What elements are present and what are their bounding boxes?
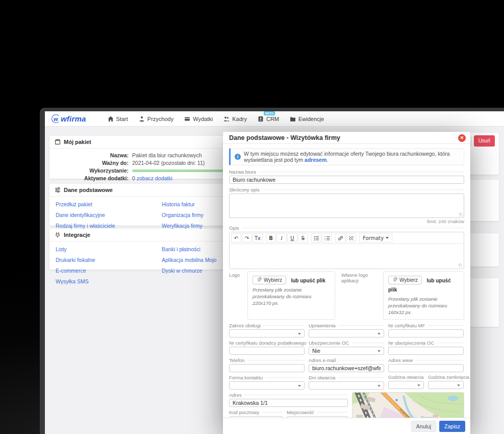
row-label: Aktywne dodatki: — [56, 175, 132, 182]
field-label: Skrócony opis — [229, 187, 464, 192]
app-logo-choose-button[interactable]: Wybierz — [388, 276, 422, 284]
nazwa-biura-input[interactable] — [229, 176, 464, 184]
info-alert-text: W tym miejscu możesz edytować informacje… — [244, 151, 460, 163]
underline-icon[interactable]: U — [287, 233, 297, 243]
chevron-down-icon — [386, 237, 389, 239]
nav-label: Kadry — [232, 116, 247, 122]
link-listy[interactable]: Listy — [56, 246, 67, 252]
editor-toolbar: ↶ ↷ Tx B I U S 123 — [230, 232, 464, 244]
address-book-icon — [258, 116, 264, 122]
adres-email-input[interactable] — [309, 364, 384, 372]
app-logo-dropzone[interactable]: Wybierz lub upuść plik Przesłany plik zo… — [383, 271, 464, 320]
paperclip-icon — [392, 277, 397, 282]
field-nr-certyfikatu-mf: Nr certyfikatu MF — [388, 323, 464, 337]
paperclip-icon — [257, 277, 262, 282]
field-godzina-otwarcia: Godzina otwarcia — [388, 375, 424, 390]
field-ubezpieczenie-oc: Ubezpieczenie OC Nie — [309, 340, 384, 355]
nr-certyfikatu-mf-input[interactable] — [388, 329, 464, 337]
field-opis: Opis ↶ ↷ Tx B I U S — [229, 225, 464, 269]
nr-certyfikatu-doradcy-input[interactable] — [229, 347, 305, 355]
delete-button[interactable]: Usuń — [474, 135, 495, 147]
field-label: Adres — [229, 392, 348, 398]
row-value: 2021-04-02 (pozostało dni: 11) — [132, 159, 205, 167]
link-banki-platnosci[interactable]: Banki i płatności — [162, 246, 200, 252]
nav-item-kadry[interactable]: Kadry — [223, 116, 247, 122]
logo-dropzone[interactable]: Wybierz lub upuść plik Przesłany plik zo… — [247, 271, 335, 320]
link-aplikacja-mojo[interactable]: Aplikacja mobilna Mojo — [162, 257, 216, 263]
see-addons-link[interactable]: zobacz dodatki — [137, 175, 172, 181]
addons-count: 0 — [132, 175, 135, 181]
undo-icon[interactable]: ↶ — [231, 233, 241, 243]
logo-label: Logo — [229, 271, 247, 320]
strikethrough-icon[interactable]: S — [298, 233, 308, 243]
nav-item-ewidencje[interactable]: Ewidencje — [290, 116, 324, 122]
bold-icon[interactable]: B — [266, 233, 276, 243]
nav-item-start[interactable]: Start — [108, 116, 128, 122]
panel-title: Integracje — [64, 232, 90, 238]
editor-content[interactable] — [230, 244, 464, 269]
godzina-zamkniecia-select[interactable] — [428, 381, 464, 389]
numbered-list-icon[interactable]: 123 — [322, 233, 332, 243]
link-ecommerce[interactable]: E-commerce — [56, 268, 86, 274]
adres-www-input[interactable] — [388, 364, 464, 372]
link-rodzaj-firmy[interactable]: Rodzaj firmy i właściciele — [56, 223, 115, 229]
link-organizacja-firmy[interactable]: Organizacja firmy — [162, 212, 204, 218]
row-label: Ważny do: — [56, 159, 132, 167]
field-forma-kontaktu: Forma kontaktu — [229, 375, 305, 390]
nav-item-crm[interactable]: BETA CRM — [258, 116, 279, 122]
logo-size-hint: Przesłany plik zostanie przeskalowany do… — [253, 287, 330, 306]
bullet-list-icon[interactable] — [311, 233, 321, 243]
save-button[interactable]: Zapisz — [439, 421, 465, 432]
skrocony-opis-textarea[interactable] — [229, 194, 464, 218]
plug-icon — [55, 232, 61, 238]
link-dane-identyfikacyjne[interactable]: Dane identyfikacyjne — [56, 212, 105, 218]
link-icon[interactable] — [335, 233, 345, 243]
address-link[interactable]: adresem — [305, 157, 326, 163]
beta-badge: BETA — [264, 111, 275, 115]
field-label: Nr ubezpieczenia OC — [388, 340, 464, 346]
link-dyski-chmurze[interactable]: Dyski w chmurze — [162, 268, 202, 274]
wfirma-logo[interactable]: wwfirma — [52, 114, 86, 123]
field-label: Godzina zamknięcia — [428, 375, 464, 380]
field-label: Nazwa biura — [229, 169, 464, 175]
package-icon — [55, 139, 61, 145]
redo-icon[interactable]: ↷ — [242, 233, 252, 243]
logo-choose-button[interactable]: Wybierz — [253, 276, 286, 284]
link-historia-faktur[interactable]: Historia faktur — [162, 201, 195, 207]
panel-title: Dane podstawowe — [64, 187, 113, 193]
adres-input[interactable] — [229, 399, 348, 407]
forma-kontaktu-select[interactable] — [229, 381, 305, 390]
cancel-button[interactable]: Anuluj — [411, 421, 436, 432]
dni-otwarcia-select[interactable] — [309, 381, 384, 390]
modal-header: Dane podstawowe - Wizytówka firmy ✕ — [223, 132, 470, 144]
row-value: Pakiet dla biur rachunkowych — [132, 152, 202, 159]
zakres-obslugi-select[interactable] — [229, 329, 305, 337]
link-przedluz-pakiet[interactable]: Przedłuż pakiet — [56, 201, 92, 207]
godzina-otwarcia-select[interactable] — [388, 381, 424, 389]
modal-body: i W tym miejscu możesz edytować informac… — [223, 144, 470, 434]
nr-ubezpieczenia-oc-input[interactable] — [388, 347, 464, 355]
link-weryfikacja-firmy[interactable]: Weryfikacja firmy — [162, 223, 203, 229]
italic-icon[interactable]: I — [276, 233, 287, 243]
nav-label: Ewidencje — [298, 116, 324, 122]
usage-progress-bar — [132, 170, 226, 172]
uprawnienia-select[interactable] — [309, 329, 384, 337]
resize-handle-icon[interactable] — [459, 263, 462, 267]
link-drukarki-fiskalne[interactable]: Drukarki fiskalne — [56, 257, 95, 263]
field-telefon: Telefon — [229, 357, 305, 372]
telefon-input[interactable] — [229, 364, 305, 372]
field-adres-www: Adres www — [388, 357, 464, 372]
wfirma-logo-circle-icon: w — [52, 114, 60, 123]
nav-item-wydatki[interactable]: Wydatki — [184, 116, 213, 122]
field-label: Godzina otwarcia — [388, 375, 424, 380]
formats-dropdown[interactable]: Formaty — [359, 233, 392, 243]
unlink-icon[interactable] — [346, 233, 356, 243]
close-icon[interactable]: ✕ — [458, 134, 466, 142]
field-skrocony-opis: Skrócony opis limit: 240 znaków — [229, 187, 464, 224]
nav-item-przychody[interactable]: Przychody — [139, 116, 173, 122]
field-label: Forma kontaktu — [229, 375, 305, 380]
field-dni-otwarcia: Dni otwarcia — [309, 375, 384, 390]
clear-formatting-icon[interactable]: Tx — [253, 233, 263, 243]
link-wysylka-sms[interactable]: Wysyłka SMS — [56, 278, 89, 284]
ubezpieczenie-oc-select[interactable]: Nie — [309, 347, 384, 355]
